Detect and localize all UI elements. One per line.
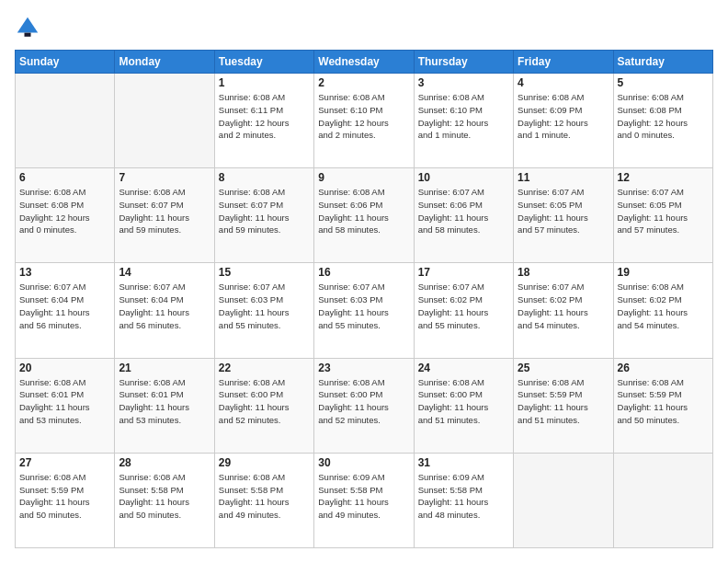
- calendar-cell: 14Sunrise: 6:07 AM Sunset: 6:04 PM Dayli…: [115, 263, 214, 358]
- svg-marker-0: [17, 17, 38, 33]
- calendar-cell: 16Sunrise: 6:07 AM Sunset: 6:03 PM Dayli…: [314, 263, 414, 358]
- day-number: 9: [318, 171, 409, 184]
- day-info: Sunrise: 6:08 AM Sunset: 6:10 PM Dayligh…: [418, 91, 509, 142]
- calendar-cell: 20Sunrise: 6:08 AM Sunset: 6:01 PM Dayli…: [16, 358, 115, 453]
- calendar-cell: 15Sunrise: 6:07 AM Sunset: 6:03 PM Dayli…: [214, 263, 313, 358]
- calendar-week-row: 6Sunrise: 6:08 AM Sunset: 6:08 PM Daylig…: [16, 168, 713, 263]
- day-info: Sunrise: 6:08 AM Sunset: 5:59 PM Dayligh…: [19, 471, 110, 522]
- day-number: 6: [19, 171, 110, 184]
- day-number: 23: [318, 362, 409, 374]
- day-number: 18: [518, 266, 609, 279]
- calendar-cell: 7Sunrise: 6:08 AM Sunset: 6:07 PM Daylig…: [115, 168, 214, 263]
- day-info: Sunrise: 6:07 AM Sunset: 6:05 PM Dayligh…: [518, 186, 609, 236]
- day-info: Sunrise: 6:08 AM Sunset: 6:07 PM Dayligh…: [219, 186, 310, 236]
- day-info: Sunrise: 6:08 AM Sunset: 6:00 PM Dayligh…: [219, 376, 310, 427]
- day-info: Sunrise: 6:07 AM Sunset: 6:02 PM Dayligh…: [418, 281, 509, 331]
- day-info: Sunrise: 6:08 AM Sunset: 6:00 PM Dayligh…: [418, 376, 509, 427]
- calendar-cell: 5Sunrise: 6:08 AM Sunset: 6:08 PM Daylig…: [613, 74, 712, 168]
- calendar-header: SundayMondayTuesdayWednesdayThursdayFrid…: [16, 51, 713, 74]
- day-info: Sunrise: 6:07 AM Sunset: 6:04 PM Dayligh…: [19, 281, 110, 331]
- calendar-cell: 11Sunrise: 6:07 AM Sunset: 6:05 PM Dayli…: [514, 168, 613, 263]
- day-number: 16: [318, 266, 409, 279]
- calendar-cell: 27Sunrise: 6:08 AM Sunset: 5:59 PM Dayli…: [16, 453, 115, 547]
- calendar-cell: [115, 74, 214, 168]
- day-number: 10: [418, 171, 509, 184]
- calendar-week-row: 13Sunrise: 6:07 AM Sunset: 6:04 PM Dayli…: [16, 263, 713, 358]
- day-info: Sunrise: 6:07 AM Sunset: 6:02 PM Dayligh…: [518, 281, 609, 331]
- calendar-cell: 25Sunrise: 6:08 AM Sunset: 5:59 PM Dayli…: [514, 358, 613, 453]
- day-number: 13: [19, 266, 110, 279]
- weekday-header: Tuesday: [214, 51, 313, 74]
- day-info: Sunrise: 6:08 AM Sunset: 6:02 PM Dayligh…: [618, 281, 709, 331]
- day-number: 31: [418, 456, 509, 469]
- calendar-cell: [613, 453, 712, 547]
- day-number: 2: [318, 76, 409, 89]
- weekday-header: Monday: [115, 51, 214, 74]
- weekday-header: Sunday: [16, 51, 115, 74]
- day-info: Sunrise: 6:08 AM Sunset: 6:08 PM Dayligh…: [19, 186, 110, 236]
- calendar-cell: 12Sunrise: 6:07 AM Sunset: 6:05 PM Dayli…: [613, 168, 712, 263]
- day-info: Sunrise: 6:08 AM Sunset: 6:06 PM Dayligh…: [318, 186, 409, 236]
- day-info: Sunrise: 6:08 AM Sunset: 6:11 PM Dayligh…: [219, 91, 310, 142]
- day-number: 20: [19, 362, 110, 374]
- day-number: 1: [219, 76, 310, 89]
- day-info: Sunrise: 6:08 AM Sunset: 6:08 PM Dayligh…: [618, 91, 709, 142]
- day-info: Sunrise: 6:08 AM Sunset: 5:59 PM Dayligh…: [518, 376, 609, 427]
- day-number: 24: [418, 362, 509, 374]
- day-info: Sunrise: 6:07 AM Sunset: 6:04 PM Dayligh…: [119, 281, 210, 331]
- day-number: 26: [618, 362, 709, 374]
- day-number: 27: [19, 456, 110, 469]
- weekday-row: SundayMondayTuesdayWednesdayThursdayFrid…: [16, 51, 713, 74]
- day-number: 30: [318, 456, 409, 469]
- calendar-cell: 22Sunrise: 6:08 AM Sunset: 6:00 PM Dayli…: [214, 358, 313, 453]
- day-info: Sunrise: 6:09 AM Sunset: 5:58 PM Dayligh…: [418, 471, 509, 522]
- day-info: Sunrise: 6:07 AM Sunset: 6:03 PM Dayligh…: [318, 281, 409, 331]
- day-info: Sunrise: 6:09 AM Sunset: 5:58 PM Dayligh…: [318, 471, 409, 522]
- day-info: Sunrise: 6:08 AM Sunset: 6:09 PM Dayligh…: [518, 91, 609, 142]
- calendar-cell: 6Sunrise: 6:08 AM Sunset: 6:08 PM Daylig…: [16, 168, 115, 263]
- day-number: 17: [418, 266, 509, 279]
- day-info: Sunrise: 6:08 AM Sunset: 5:58 PM Dayligh…: [219, 471, 310, 522]
- calendar-cell: 29Sunrise: 6:08 AM Sunset: 5:58 PM Dayli…: [214, 453, 313, 547]
- day-number: 25: [518, 362, 609, 374]
- calendar-week-row: 1Sunrise: 6:08 AM Sunset: 6:11 PM Daylig…: [16, 74, 713, 168]
- calendar-cell: 24Sunrise: 6:08 AM Sunset: 6:00 PM Dayli…: [414, 358, 513, 453]
- calendar-cell: 3Sunrise: 6:08 AM Sunset: 6:10 PM Daylig…: [414, 74, 513, 168]
- day-info: Sunrise: 6:08 AM Sunset: 6:00 PM Dayligh…: [318, 376, 409, 427]
- day-info: Sunrise: 6:07 AM Sunset: 6:05 PM Dayligh…: [618, 186, 709, 236]
- header: [15, 15, 713, 40]
- day-number: 3: [418, 76, 509, 89]
- calendar-cell: 13Sunrise: 6:07 AM Sunset: 6:04 PM Dayli…: [16, 263, 115, 358]
- logo: [15, 15, 42, 40]
- calendar-cell: 18Sunrise: 6:07 AM Sunset: 6:02 PM Dayli…: [514, 263, 613, 358]
- weekday-header: Saturday: [613, 51, 712, 74]
- day-info: Sunrise: 6:07 AM Sunset: 6:06 PM Dayligh…: [418, 186, 509, 236]
- day-info: Sunrise: 6:08 AM Sunset: 5:58 PM Dayligh…: [119, 471, 210, 522]
- calendar-cell: 10Sunrise: 6:07 AM Sunset: 6:06 PM Dayli…: [414, 168, 513, 263]
- calendar-cell: 8Sunrise: 6:08 AM Sunset: 6:07 PM Daylig…: [214, 168, 313, 263]
- calendar-cell: 19Sunrise: 6:08 AM Sunset: 6:02 PM Dayli…: [613, 263, 712, 358]
- calendar-cell: 28Sunrise: 6:08 AM Sunset: 5:58 PM Dayli…: [115, 453, 214, 547]
- calendar-cell: 31Sunrise: 6:09 AM Sunset: 5:58 PM Dayli…: [414, 453, 513, 547]
- calendar-cell: 9Sunrise: 6:08 AM Sunset: 6:06 PM Daylig…: [314, 168, 414, 263]
- day-number: 28: [119, 456, 210, 469]
- day-number: 21: [119, 362, 210, 374]
- day-number: 5: [618, 76, 709, 89]
- day-number: 19: [618, 266, 709, 279]
- day-number: 29: [219, 456, 310, 469]
- day-number: 22: [219, 362, 310, 374]
- calendar-cell: 21Sunrise: 6:08 AM Sunset: 6:01 PM Dayli…: [115, 358, 214, 453]
- calendar-body: 1Sunrise: 6:08 AM Sunset: 6:11 PM Daylig…: [16, 74, 713, 548]
- calendar-cell: [514, 453, 613, 547]
- day-number: 15: [219, 266, 310, 279]
- day-info: Sunrise: 6:08 AM Sunset: 5:59 PM Dayligh…: [618, 376, 709, 427]
- day-info: Sunrise: 6:07 AM Sunset: 6:03 PM Dayligh…: [219, 281, 310, 331]
- day-number: 12: [618, 171, 709, 184]
- calendar-cell: 17Sunrise: 6:07 AM Sunset: 6:02 PM Dayli…: [414, 263, 513, 358]
- calendar-cell: 23Sunrise: 6:08 AM Sunset: 6:00 PM Dayli…: [314, 358, 414, 453]
- weekday-header: Wednesday: [314, 51, 414, 74]
- calendar-cell: 30Sunrise: 6:09 AM Sunset: 5:58 PM Dayli…: [314, 453, 414, 547]
- day-number: 8: [219, 171, 310, 184]
- logo-icon: [15, 15, 40, 40]
- calendar-cell: 2Sunrise: 6:08 AM Sunset: 6:10 PM Daylig…: [314, 74, 414, 168]
